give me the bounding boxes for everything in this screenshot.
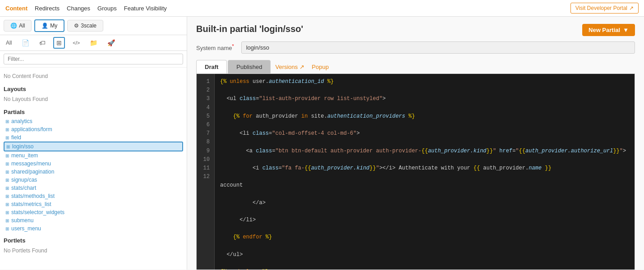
partials-icon[interactable]: ⊞ [53,37,65,49]
partial-label: users_menu [11,225,41,232]
external-icon: ↗ [299,64,304,70]
partial-icon: ⊞ [5,169,9,174]
main-content: Built-in partial 'login/sso' New Partial… [187,17,644,270]
sidebar-item-analytics[interactable]: ⊞ analytics [4,117,183,125]
partial-label: shared/pagination [11,169,54,175]
partial-icon: ⊞ [6,144,10,149]
partial-icon: ⊞ [5,202,9,207]
partial-label: signup/cas [11,177,37,183]
tab-draft[interactable]: Draft [196,60,227,73]
partial-icon: ⊞ [5,186,9,191]
tab-3scale[interactable]: ⚙ 3scale [67,20,103,32]
nav-changes[interactable]: Changes [67,5,90,12]
partial-icon: ⊞ [5,135,9,140]
sidebar-icon-row: All 📄 🏷 ⊞ </> 📁 🚀 [0,35,187,51]
sidebar-item-applications-form[interactable]: ⊞ applications/form [4,125,183,133]
partial-icon: ⊞ [5,153,9,158]
tab-versions-label: Versions [275,64,298,70]
filter-input[interactable] [4,54,183,64]
partial-label: submenu [11,217,33,224]
new-partial-label: New Partial [589,27,620,33]
code-content[interactable]: {% unless user.authentication_id %} <ul … [215,74,635,270]
dropdown-arrow-icon: ▼ [623,27,629,33]
sidebar-item-shared-pagination[interactable]: ⊞ shared/pagination [4,168,183,176]
partial-label: applications/form [11,126,52,133]
partial-label: analytics [11,118,32,124]
tab-3scale-label: 3scale [81,23,97,29]
partial-icon: ⊞ [5,226,9,231]
sidebar-item-field[interactable]: ⊞ field [4,133,183,142]
no-layouts-text: No Layouts Found [4,94,183,104]
system-name-value: login/sso [241,41,635,54]
sidebar-item-stats-chart[interactable]: ⊞ stats/chart [4,184,183,192]
tab-all-label: All [19,23,25,29]
sidebar-item-stats-selector-widgets[interactable]: ⊞ stats/selector_widgets [4,208,183,216]
sidebar-item-users-menu[interactable]: ⊞ users_menu [4,224,183,233]
sidebar-item-submenu[interactable]: ⊞ submenu [4,216,183,224]
dev-portal-link[interactable]: Visit Developer Portal ↗ [570,3,639,14]
partial-label: login/sso [12,143,33,150]
tab-popup[interactable]: Popup [308,60,332,73]
page-title: Built-in partial 'login/sso' [196,24,303,34]
sidebar-item-stats-methods-list[interactable]: ⊞ stats/methods_list [4,192,183,200]
nav-groups[interactable]: Groups [97,5,117,12]
system-name-label: System name* [196,43,234,51]
code-editor[interactable]: 1 2 3 4 5 6 7 8 9 10 11 12 {% unless use… [196,73,635,270]
sidebar-tabs: 🌐 All 👤 My ⚙ 3scale [0,17,187,35]
nav-redirects[interactable]: Redirects [35,5,60,12]
editor-tabs: Draft Published Versions ↗ Popup [196,60,635,73]
sidebar-content: No Content Found Layouts No Layouts Foun… [0,68,187,270]
nav-content[interactable]: Content [5,5,28,12]
partial-label: menu_item [11,152,38,159]
gear-icon: ⚙ [74,23,79,29]
folder-icon[interactable]: 📁 [87,38,100,48]
main-header: Built-in partial 'login/sso' New Partial… [196,24,635,36]
partial-icon: ⊞ [5,119,9,124]
partial-icon: ⊞ [5,218,9,223]
deploy-icon[interactable]: 🚀 [105,38,117,48]
tag-icon[interactable]: 🏷 [37,38,48,48]
sidebar-item-stats-metrics-list[interactable]: ⊞ stats/metrics_list [4,200,183,208]
sidebar-item-login-sso[interactable]: ⊞ login/sso [4,142,183,151]
layouts-header: Layouts [4,86,183,92]
all-label[interactable]: All [4,38,14,47]
sidebar-filter [0,51,187,68]
no-portlets-text: No Portlets Found [4,246,183,256]
new-partial-button[interactable]: New Partial ▼ [582,24,635,36]
top-nav: Content Redirects Changes Groups Feature… [0,0,644,17]
system-name-row: System name* login/sso [196,41,635,54]
partial-icon: ⊞ [5,210,9,215]
partial-label: field [11,134,21,141]
line-numbers: 1 2 3 4 5 6 7 8 9 10 11 12 [197,74,215,270]
sidebar-item-menu-item[interactable]: ⊞ menu_item [4,151,183,160]
sidebar: 🌐 All 👤 My ⚙ 3scale All 📄 🏷 ⊞ </> 📁 🚀 [0,17,187,270]
partials-header: Partials [4,109,183,115]
partial-icon: ⊞ [5,127,9,132]
partial-label: stats/selector_widgets [11,209,64,215]
globe-icon: 🌐 [10,23,17,29]
tab-published[interactable]: Published [228,60,271,73]
partial-label: stats/metrics_list [11,201,51,207]
layout: 🌐 All 👤 My ⚙ 3scale All 📄 🏷 ⊞ </> 📁 🚀 [0,17,644,270]
external-link-icon: ↗ [629,5,634,11]
user-icon: 👤 [41,23,48,29]
partial-label: messages/menu [11,160,51,167]
portlets-header: Portlets [4,237,183,244]
partial-icon: ⊞ [5,161,9,166]
dev-portal-label: Visit Developer Portal [575,5,627,11]
partial-label: stats/chart [11,185,36,191]
tab-my-label: My [50,23,57,29]
partial-icon: ⊞ [5,194,9,199]
tab-popup-label: Popup [312,64,329,70]
code-icon[interactable]: </> [70,39,82,47]
pages-icon[interactable]: 📄 [19,38,32,48]
nav-feature-visibility[interactable]: Feature Visibility [124,5,167,12]
tab-versions[interactable]: Versions ↗ [271,60,308,73]
no-content-text: No Content Found [4,71,183,81]
sidebar-item-signup-cas[interactable]: ⊞ signup/cas [4,176,183,184]
tab-all[interactable]: 🌐 All [4,20,32,32]
partial-icon: ⊞ [5,178,9,183]
partial-label: stats/methods_list [11,193,55,199]
sidebar-item-messages-menu[interactable]: ⊞ messages/menu [4,160,183,168]
tab-my[interactable]: 👤 My [34,19,64,32]
